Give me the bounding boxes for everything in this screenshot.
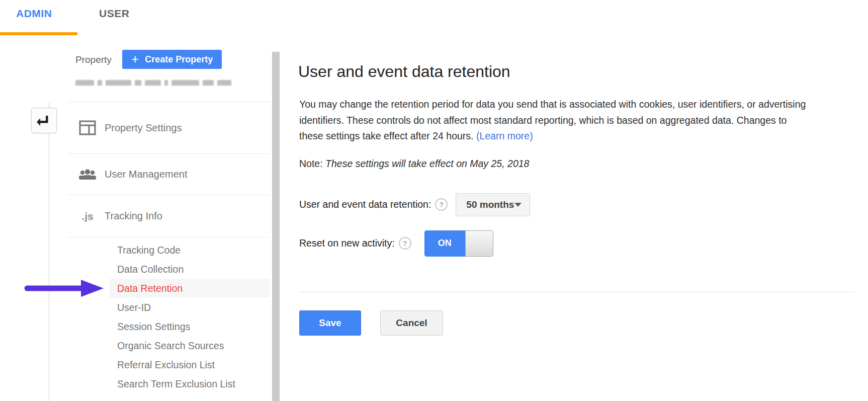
back-button[interactable] bbox=[31, 108, 57, 133]
admin-page: ADMIN USER Property + Create Property bbox=[0, 0, 868, 401]
user-management-icon bbox=[78, 169, 97, 181]
submenu-item-user-id[interactable]: User-ID bbox=[110, 298, 270, 317]
retention-period-dropdown[interactable]: 50 months bbox=[456, 193, 530, 216]
tracking-info-submenu: Tracking Code Data Collection Data Reten… bbox=[68, 237, 270, 393]
submenu-item-search-term-exclusion-list[interactable]: Search Term Exclusion List bbox=[110, 374, 270, 393]
page-title: User and event data retention bbox=[298, 62, 510, 81]
menu-item-label: User Management bbox=[105, 169, 188, 180]
intro-paragraph: You may change the retention period for … bbox=[299, 97, 807, 144]
sidebar-scrollbar-thumb[interactable] bbox=[272, 52, 280, 401]
note-line: Note: These settings will take effect on… bbox=[299, 158, 529, 170]
retention-label: User and event data retention: bbox=[299, 199, 431, 210]
reset-help-icon[interactable]: ? bbox=[399, 237, 411, 250]
sidebar-item-property-settings[interactable]: Property Settings bbox=[68, 102, 270, 154]
cancel-button[interactable]: Cancel bbox=[380, 310, 443, 336]
sidebar-item-tracking-info[interactable]: .js Tracking Info bbox=[68, 195, 270, 237]
property-menu: Property Settings User Management .js Tr… bbox=[68, 102, 270, 237]
create-property-label: Create Property bbox=[145, 54, 213, 65]
create-property-button[interactable]: + Create Property bbox=[122, 50, 222, 69]
retention-help-icon[interactable]: ? bbox=[435, 198, 448, 211]
js-icon: .js bbox=[78, 210, 97, 222]
action-button-row: Save Cancel bbox=[299, 310, 443, 336]
submenu-item-tracking-code[interactable]: Tracking Code bbox=[110, 240, 270, 260]
intro-text: You may change the retention period for … bbox=[299, 99, 806, 141]
annotation-arrow-icon bbox=[24, 278, 105, 300]
save-button[interactable]: Save bbox=[299, 310, 361, 336]
submenu-item-organic-search-sources[interactable]: Organic Search Sources bbox=[110, 336, 270, 355]
menu-item-label: Tracking Info bbox=[105, 210, 162, 222]
retention-selected-value: 50 months bbox=[466, 199, 514, 210]
active-tab-underline bbox=[0, 32, 77, 35]
submenu-item-referral-exclusion-list[interactable]: Referral Exclusion List bbox=[110, 355, 270, 374]
toggle-knob bbox=[465, 230, 493, 257]
note-text: These settings will take effect on May 2… bbox=[325, 158, 529, 169]
dropdown-caret-icon bbox=[514, 203, 522, 207]
submenu-item-data-collection[interactable]: Data Collection bbox=[110, 260, 270, 279]
sidebar-item-user-management[interactable]: User Management bbox=[68, 154, 270, 195]
reset-label: Reset on new activity: bbox=[299, 237, 395, 249]
sidebar-guide-line bbox=[49, 103, 49, 401]
obscured-property-name bbox=[75, 80, 231, 86]
tab-user[interactable]: USER bbox=[99, 8, 129, 20]
property-column-label: Property bbox=[75, 54, 112, 65]
menu-item-label: Property Settings bbox=[105, 122, 182, 134]
tab-admin[interactable]: ADMIN bbox=[16, 8, 52, 20]
property-settings-icon bbox=[78, 120, 97, 135]
submenu-item-data-retention[interactable]: Data Retention bbox=[110, 279, 270, 298]
toggle-on-label: ON bbox=[424, 230, 465, 257]
plus-icon: + bbox=[131, 52, 139, 65]
retention-setting-row: User and event data retention: ? 50 mont… bbox=[299, 193, 530, 216]
reset-toggle[interactable]: ON bbox=[424, 230, 493, 257]
content-divider bbox=[299, 292, 855, 292]
submenu-item-session-settings[interactable]: Session Settings bbox=[110, 317, 270, 336]
back-arrow-icon bbox=[37, 112, 52, 129]
learn-more-link[interactable]: (Learn more) bbox=[476, 130, 533, 141]
note-prefix: Note: bbox=[299, 158, 325, 169]
reset-setting-row: Reset on new activity: ? ON bbox=[299, 230, 493, 257]
